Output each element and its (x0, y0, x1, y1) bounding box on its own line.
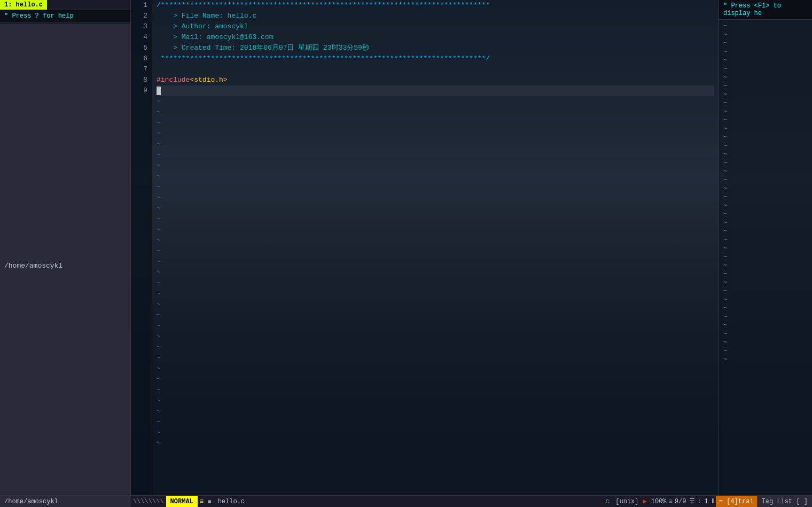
tilde-line-number (131, 128, 147, 139)
code-line-7 (157, 64, 714, 75)
tilde-line-number (131, 353, 147, 363)
right-tilde-marker: ~ (719, 167, 812, 176)
status-position: 9/9 (673, 498, 689, 505)
right-tilde-marker: ~ (719, 116, 812, 124)
tilde-line: ~ (157, 150, 714, 160)
right-tilde-marker: ~ (719, 261, 812, 270)
right-tilde-marker: ~ (719, 219, 812, 227)
tilde-line: ~ (157, 256, 714, 267)
right-tilde-marker: ~ (719, 313, 812, 321)
tilde-line: ~ (157, 224, 714, 235)
line-number-8: 8 (131, 75, 147, 85)
encoding-arrow: ▶ (641, 497, 649, 505)
tilde-line: ~ (157, 214, 714, 224)
line-number-1: 1 (131, 0, 147, 11)
right-tilde-marker: ~ (719, 99, 812, 107)
tilde-line-number (131, 438, 147, 449)
code-line-6: ****************************************… (157, 53, 714, 64)
line-number-4: 4 (131, 32, 147, 43)
status-col: 1 (702, 498, 710, 505)
status-right-section: Tag List [ ] (757, 496, 812, 507)
tilde-line: ~ (157, 353, 714, 363)
comment-line: > Mail: amoscykl@163.com (157, 32, 273, 43)
status-mode: NORMAL (166, 496, 198, 507)
tilde-line: ~ (157, 182, 714, 192)
tilde-line: ~ (157, 171, 714, 182)
right-tilde-marker: ~ (719, 321, 812, 330)
right-tilde-marker: ~ (719, 107, 812, 116)
right-panel-content: ~~~~~~~~~~~~~~~~~~~~~~~~~~~~~~~~~~~~~~~~ (719, 20, 812, 496)
line-number-3: 3 (131, 21, 147, 32)
tilde-line: ~ (157, 374, 714, 385)
tilde-line: ~ (157, 107, 714, 118)
editor-area[interactable]: 123456789 /*****************************… (131, 0, 719, 507)
right-tilde-marker: ~ (719, 201, 812, 210)
right-tilde-marker: ~ (719, 236, 812, 244)
tilde-line-number (131, 299, 147, 310)
tilde-line-number (131, 150, 147, 160)
right-tilde-marker: ~ (719, 150, 812, 159)
status-format: [unix] (613, 498, 641, 505)
editor-panel[interactable]: 123456789 /*****************************… (131, 0, 719, 507)
status-trailing-sym: Ⅱ (710, 497, 716, 505)
tilde-line-number (131, 107, 147, 118)
tilde-line: ~ (157, 395, 714, 406)
tilde-line-number (131, 406, 147, 417)
tilde-line-number (131, 363, 147, 374)
status-percent: 100% (649, 498, 669, 505)
tilde-line-number (131, 321, 147, 331)
tilde-line-number (131, 214, 147, 224)
code-line-9 (157, 85, 714, 96)
tilde-line-number (131, 342, 147, 353)
status-bar: /home/amoscykl \\\\\\\\ NORMAL ≡ ≡ hello… (0, 495, 812, 507)
code-line-2: > File Name: hello.c (157, 11, 714, 21)
tilde-line: ~ (157, 139, 714, 150)
tilde-line-number (131, 374, 147, 385)
right-tilde-marker: ~ (719, 124, 812, 133)
comment-line: > Author: amoscykl (157, 21, 248, 32)
right-tilde-marker: ~ (719, 227, 812, 236)
status-colon: : (696, 498, 702, 505)
status-lang: c (601, 498, 613, 505)
tilde-line-number (131, 235, 147, 246)
right-tilde-marker: ~ (719, 142, 812, 150)
right-tilde-marker: ~ (719, 338, 812, 347)
line-number-5: 5 (131, 43, 147, 53)
right-tilde-marker: ~ (719, 304, 812, 313)
status-trailing: = [4]trai (716, 496, 757, 507)
code-line-3: > Author: amoscykl (157, 21, 714, 32)
right-tilde-marker: ~ (719, 48, 812, 56)
mode-symbol: ≡ (198, 498, 206, 505)
tilde-line-number (131, 310, 147, 321)
status-backslashes: \\\\\\\\ (131, 498, 166, 505)
tilde-line-number (131, 267, 147, 278)
tilde-line: ~ (157, 118, 714, 128)
right-tilde-marker: ~ (719, 244, 812, 253)
line-numbers: 123456789 (131, 0, 152, 507)
tilde-line: ~ (157, 342, 714, 353)
tilde-line: ~ (157, 160, 714, 171)
tilde-line-number (131, 427, 147, 438)
right-tilde-marker: ~ (719, 82, 812, 90)
tilde-line: ~ (157, 235, 714, 246)
tilde-line-number (131, 160, 147, 171)
right-tilde-marker: ~ (719, 39, 812, 48)
include-header: <stdio.h> (190, 75, 227, 85)
tilde-line-number (131, 171, 147, 182)
tilde-line: ~ (157, 299, 714, 310)
tilde-line-number (131, 139, 147, 150)
right-tilde-marker: ~ (719, 184, 812, 193)
tilde-line-number (131, 96, 147, 107)
tilde-line: ~ (157, 363, 714, 374)
right-tilde-marker: ~ (719, 65, 812, 73)
comment-stars: ****************************************… (157, 53, 490, 64)
tilde-line-number (131, 192, 147, 203)
tilde-line-number (131, 385, 147, 395)
tilde-line: ~ (157, 192, 714, 203)
active-tab[interactable]: 1: hello.c (0, 0, 47, 10)
status-path: /home/amoscykl (0, 24, 131, 507)
code-content[interactable]: /***************************************… (152, 0, 719, 507)
right-tilde-marker: ~ (719, 176, 812, 184)
tilde-line: ~ (157, 278, 714, 288)
right-tilde-marker: ~ (719, 193, 812, 201)
